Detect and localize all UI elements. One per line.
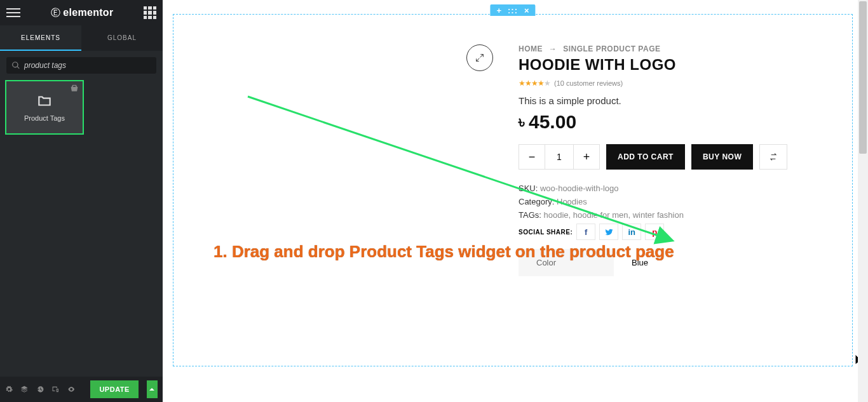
attribute-table: Color Blue bbox=[519, 249, 843, 276]
sku-label: SKU: bbox=[519, 184, 538, 193]
logo: elementor bbox=[20, 7, 144, 19]
sidebar-header: elementor bbox=[0, 0, 163, 25]
section-drag[interactable]: ::: bbox=[508, 6, 518, 15]
widget-product-tags[interactable]: Product Tags bbox=[5, 80, 84, 135]
share-pinterest[interactable]: p bbox=[645, 224, 664, 240]
social-label: SOCIAL SHARE: bbox=[519, 229, 573, 236]
short-description: This is a simple product. bbox=[519, 95, 843, 106]
compare-button[interactable] bbox=[759, 144, 787, 170]
review-count[interactable]: (10 customer reviews) bbox=[554, 79, 623, 87]
tags-value[interactable]: hoodie, hoodie for men, winter fashion bbox=[544, 210, 684, 220]
responsive-icon[interactable] bbox=[51, 384, 59, 394]
tab-elements[interactable]: ELEMENTS bbox=[0, 25, 81, 51]
sku-value: woo-hoodie-with-logo bbox=[540, 184, 619, 193]
breadcrumb-current: SINGLE PRODUCT PAGE bbox=[563, 44, 660, 53]
layers-icon[interactable] bbox=[20, 384, 28, 394]
tab-global[interactable]: GLOBAL bbox=[81, 25, 163, 51]
scrollbar-thumb[interactable] bbox=[859, 1, 867, 154]
apps-icon[interactable] bbox=[144, 6, 156, 19]
update-button[interactable]: UPDATE bbox=[90, 380, 138, 398]
expand-icon bbox=[475, 53, 485, 63]
widget-label: Product Tags bbox=[24, 114, 65, 122]
breadcrumb: HOME → SINGLE PRODUCT PAGE bbox=[519, 44, 843, 53]
section-handle[interactable]: + ::: × bbox=[490, 4, 535, 16]
qty-increase[interactable]: + bbox=[574, 145, 599, 169]
search-input[interactable] bbox=[24, 61, 151, 70]
widget-search[interactable] bbox=[6, 57, 156, 74]
rating-stars: ★★★★★ bbox=[519, 79, 550, 88]
qty-decrease[interactable]: − bbox=[519, 145, 545, 169]
price-amount: 45.00 bbox=[529, 111, 576, 133]
menu-icon[interactable] bbox=[6, 6, 20, 20]
section-close[interactable]: × bbox=[524, 6, 529, 15]
share-twitter[interactable] bbox=[599, 224, 618, 240]
update-options[interactable] bbox=[147, 380, 158, 398]
quantity-stepper: − + bbox=[519, 144, 600, 170]
settings-icon[interactable] bbox=[5, 384, 13, 394]
sidebar-footer: UPDATE bbox=[0, 377, 163, 402]
share-linkedin[interactable]: in bbox=[622, 224, 641, 240]
twitter-icon bbox=[605, 228, 613, 236]
price: ৳ 45.00 bbox=[519, 111, 843, 133]
currency-symbol: ৳ bbox=[519, 112, 525, 132]
section-add[interactable]: + bbox=[496, 6, 501, 15]
basket-icon bbox=[70, 84, 79, 93]
elementor-sidebar: elementor ELEMENTS GLOBAL Product Tags bbox=[0, 0, 163, 402]
sidebar-tabs: ELEMENTS GLOBAL bbox=[0, 25, 163, 51]
search-icon bbox=[11, 61, 20, 70]
buy-now-button[interactable]: BUY NOW bbox=[691, 144, 753, 170]
zoom-button[interactable] bbox=[466, 44, 493, 71]
add-to-cart-button[interactable]: ADD TO CART bbox=[606, 144, 685, 170]
category-label: Category: bbox=[519, 197, 554, 206]
chevron-right-icon: → bbox=[549, 44, 557, 53]
history-icon[interactable] bbox=[36, 384, 44, 394]
compare-icon bbox=[768, 152, 778, 162]
qty-input[interactable] bbox=[545, 145, 574, 169]
category-value[interactable]: Hoodies bbox=[557, 197, 587, 206]
tags-label: TAGs: bbox=[519, 210, 541, 220]
folder-icon bbox=[36, 93, 53, 109]
attr-value: Blue bbox=[614, 249, 843, 276]
preview-canvas: + ::: × HOME → SINGLE PRODUCT PAGE HOODI… bbox=[163, 0, 868, 402]
scrollbar[interactable] bbox=[858, 0, 868, 402]
attr-key: Color bbox=[519, 249, 614, 276]
product-meta: SKU: woo-hoodie-with-logo Category: Hood… bbox=[519, 184, 843, 240]
product-gallery bbox=[442, 44, 493, 276]
product-title: HOODIE WITH LOGO bbox=[519, 56, 843, 74]
preview-icon[interactable] bbox=[67, 384, 75, 394]
product-area: HOME → SINGLE PRODUCT PAGE HOODIE WITH L… bbox=[442, 44, 843, 276]
share-facebook[interactable]: f bbox=[576, 224, 595, 240]
breadcrumb-home[interactable]: HOME bbox=[519, 44, 543, 53]
